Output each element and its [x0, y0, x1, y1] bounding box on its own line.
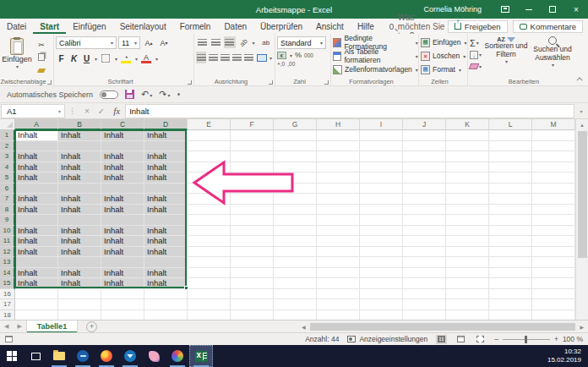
cell-I12[interactable] — [360, 247, 403, 258]
cell-B16[interactable] — [58, 289, 101, 300]
normal-view-button[interactable] — [436, 335, 447, 344]
taskbar-key-app[interactable] — [71, 345, 95, 367]
row-header-6[interactable]: 6 — [0, 184, 15, 194]
cell-A10[interactable]: Inhalt — [15, 226, 58, 237]
increase-decimal-button[interactable]: +,0 — [277, 61, 285, 67]
cell-A5[interactable]: Inhalt — [15, 173, 58, 184]
cell-K5[interactable] — [446, 173, 489, 184]
cell-J1[interactable] — [403, 130, 446, 141]
cell-M6[interactable] — [532, 184, 575, 194]
cell-D6[interactable] — [144, 184, 188, 194]
cell-D9[interactable] — [144, 215, 188, 226]
cell-J18[interactable] — [403, 310, 446, 320]
shrink-font-button[interactable]: A▾ — [157, 37, 171, 49]
row-header-10[interactable]: 10 — [0, 226, 15, 237]
autosum-button[interactable]: Σ▾ — [470, 37, 482, 48]
cell-L2[interactable] — [489, 141, 532, 152]
align-top-button[interactable] — [196, 36, 208, 48]
close-button[interactable]: × — [564, 0, 588, 19]
column-header-D[interactable]: D — [144, 119, 188, 130]
comments-button[interactable]: Kommentare — [513, 20, 583, 33]
zoom-in-button[interactable]: + — [554, 335, 558, 343]
cell-C2[interactable] — [101, 141, 144, 152]
cell-A7[interactable]: Inhalt — [15, 194, 58, 205]
cell-F8[interactable] — [231, 205, 274, 216]
column-header-I[interactable]: I — [360, 119, 403, 130]
cell-B18[interactable] — [58, 310, 101, 320]
cell-F17[interactable] — [231, 299, 274, 310]
cell-K18[interactable] — [446, 310, 489, 320]
cell-M16[interactable] — [532, 289, 575, 300]
comma-style-button[interactable]: 000 — [304, 52, 313, 58]
row-header-15[interactable]: 15 — [0, 278, 15, 289]
align-middle-button[interactable] — [210, 36, 221, 48]
bold-button[interactable]: F — [56, 52, 67, 64]
cell-K3[interactable] — [446, 151, 489, 162]
cell-L8[interactable] — [489, 205, 532, 216]
cell-B7[interactable]: Inhalt — [58, 194, 101, 205]
align-center-button[interactable] — [208, 52, 218, 63]
cell-D5[interactable]: Inhalt — [144, 173, 188, 184]
column-header-J[interactable]: J — [403, 119, 446, 130]
horizontal-scrollbar[interactable]: ◀ ▶ — [299, 322, 586, 331]
cell-A1[interactable]: Inhalt — [15, 130, 58, 141]
cell-A4[interactable]: Inhalt — [15, 162, 58, 173]
row-header-18[interactable]: 18 — [0, 310, 15, 320]
cell-C18[interactable] — [101, 310, 144, 320]
cut-button[interactable]: ✂ — [35, 39, 48, 50]
cell-L1[interactable] — [489, 130, 532, 141]
cell-M18[interactable] — [532, 310, 575, 320]
grow-font-button[interactable]: A▴ — [142, 37, 155, 49]
cell-M15[interactable] — [532, 278, 575, 289]
cell-L3[interactable] — [489, 151, 532, 162]
cell-E6[interactable] — [188, 184, 231, 194]
insert-cells-button[interactable]: ▦Einfügen▾ — [421, 36, 467, 48]
tab-seitenlayout[interactable]: Seitenlayout — [113, 19, 173, 34]
cell-E15[interactable] — [188, 278, 231, 289]
column-header-F[interactable]: F — [231, 119, 274, 130]
cell-A6[interactable] — [15, 184, 58, 194]
cell-I13[interactable] — [360, 257, 403, 268]
cell-J11[interactable] — [403, 236, 446, 247]
cell-H5[interactable] — [317, 173, 360, 184]
cell-H11[interactable] — [317, 236, 360, 247]
cell-J8[interactable] — [403, 205, 446, 216]
cell-M8[interactable] — [532, 205, 575, 216]
cell-M14[interactable] — [532, 268, 575, 279]
cell-L12[interactable] — [489, 247, 532, 258]
row-header-12[interactable]: 12 — [0, 247, 15, 258]
fill-button[interactable]: ↓▾ — [470, 49, 482, 60]
cell-B3[interactable]: Inhalt — [58, 151, 101, 162]
cell-L10[interactable] — [489, 226, 532, 237]
clear-button[interactable]: ▾ — [470, 61, 482, 72]
cell-C11[interactable]: Inhalt — [101, 236, 144, 247]
cell-E14[interactable] — [188, 268, 231, 279]
cell-F9[interactable] — [231, 215, 274, 226]
cell-E12[interactable] — [188, 247, 231, 258]
cell-G2[interactable] — [274, 141, 317, 152]
cell-B1[interactable]: Inhalt — [58, 130, 101, 141]
cell-K2[interactable] — [446, 141, 489, 152]
cell-C14[interactable]: Inhalt — [101, 268, 144, 279]
cell-L7[interactable] — [489, 194, 532, 205]
cell-E2[interactable] — [188, 141, 231, 152]
cell-F18[interactable] — [231, 310, 274, 320]
vertical-scrollbar[interactable]: ▲ — [575, 119, 588, 320]
cell-A14[interactable]: Inhalt — [15, 268, 58, 279]
taskbar-bird-app[interactable] — [142, 345, 166, 367]
cell-B14[interactable]: Inhalt — [58, 268, 101, 279]
add-sheet-button[interactable]: + — [86, 321, 97, 332]
cell-L9[interactable] — [489, 215, 532, 226]
cell-H8[interactable] — [317, 205, 360, 216]
minimize-button[interactable] — [517, 0, 541, 19]
taskbar-firefox[interactable] — [95, 345, 118, 367]
cell-G10[interactable] — [274, 226, 317, 237]
cell-F12[interactable] — [231, 247, 274, 258]
cell-C7[interactable]: Inhalt — [101, 194, 144, 205]
page-break-view-button[interactable] — [475, 335, 486, 344]
cell-L6[interactable] — [489, 184, 532, 194]
cell-B5[interactable]: Inhalt — [58, 173, 101, 184]
cell-D16[interactable] — [144, 289, 188, 300]
paste-button[interactable]: Einfügen ▾ — [2, 36, 32, 76]
cell-I17[interactable] — [360, 299, 403, 310]
